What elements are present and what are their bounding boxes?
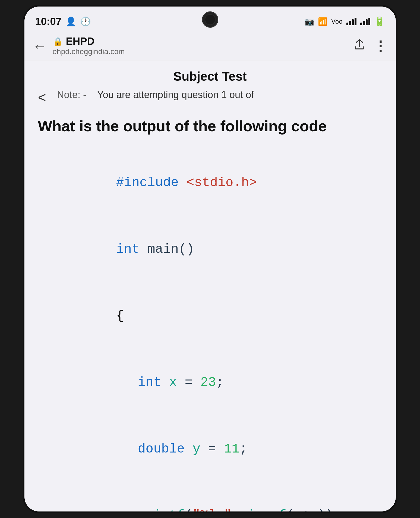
code-line-3: { [38, 283, 382, 349]
subject-title-container: Subject Test [38, 69, 382, 84]
code-line-2: int main() [38, 216, 382, 283]
code-plus: + [302, 508, 310, 511]
nav-note-row: < Note: - You are attempting question 1 … [38, 89, 382, 108]
code-main-func: main() [147, 242, 194, 257]
signal-bar-3 [352, 19, 354, 25]
signal-bar-2 [349, 21, 351, 25]
code-double-keyword: double [138, 442, 193, 456]
camera-notch [202, 11, 218, 28]
code-int-keyword-x: int [138, 375, 169, 390]
site-name-row: 🔒 EHPD [53, 36, 348, 47]
signal-bar2-3 [366, 19, 368, 25]
code-printf-paren-open: ( [185, 508, 192, 511]
question-text: What is the output of the following code [38, 116, 382, 136]
more-menu-button[interactable]: ⋮ [374, 38, 388, 54]
lock-icon: 🔒 [53, 37, 63, 46]
site-url-text: ehpd.cheggindia.com [53, 47, 348, 56]
page-content: Subject Test < Note: - You are attemptin… [24, 61, 396, 511]
code-x-var: x [169, 375, 185, 390]
code-line-6: printf("%lu",sizeof(x+y)); [38, 482, 382, 511]
code-line-5: double y = 11; [38, 416, 382, 482]
code-printf-string: "%lu" [192, 508, 232, 511]
signal-bar-4 [355, 18, 356, 25]
code-line-4: int x = 23; [38, 349, 382, 416]
code-equals-y: = [208, 442, 224, 456]
wifi-icon: 📶 [318, 17, 327, 26]
camera-lens [205, 14, 216, 25]
signal-bar2-2 [363, 21, 365, 25]
code-y-value: 11 [224, 442, 239, 456]
signal-bar-1 [346, 23, 348, 25]
status-right: 📷 📶 Voo 🔋 [305, 16, 385, 27]
site-info: 🔒 EHPD ehpd.cheggindia.com [53, 36, 348, 56]
code-block: #include <stdio.h> int main() { int x = … [38, 150, 382, 511]
share-button[interactable] [353, 39, 365, 53]
attempt-text: You are attempting question 1 out of [97, 89, 254, 101]
code-line-1: #include <stdio.h> [38, 150, 382, 216]
signal-bars [346, 18, 356, 25]
browser-actions: ⋮ [353, 38, 388, 54]
code-y-var: y [192, 442, 208, 456]
code-x-value: 23 [200, 375, 216, 390]
phone-screen: 10:07 👤 🕐 📷 📶 Voo [24, 7, 396, 511]
alarm-icon: 🕐 [80, 16, 91, 27]
code-sizeof-paren-close: )); [318, 508, 341, 511]
signal-bars-2 [360, 18, 370, 25]
code-printf-comma: , [232, 508, 239, 511]
screenshot-icon: 📷 [305, 17, 314, 26]
status-left: 10:07 👤 🕐 [35, 16, 91, 27]
site-name-text: EHPD [66, 36, 95, 47]
code-sizeof-y: y [310, 508, 318, 511]
code-printf-func: printf [138, 508, 185, 511]
code-include-keyword: #include [116, 175, 187, 190]
signal-bar2-1 [360, 23, 362, 25]
battery-icon: 🔋 [374, 16, 385, 27]
signal-bar2-4 [368, 18, 370, 25]
note-attempt-row: Note: - You are attempting question 1 ou… [57, 89, 254, 101]
code-semi-y: ; [239, 442, 247, 456]
code-sizeof-paren-open: ( [286, 508, 294, 511]
browser-back-button[interactable]: ← [33, 39, 47, 53]
phone-frame: 10:07 👤 🕐 📷 📶 Voo [23, 5, 397, 513]
code-open-brace: { [116, 308, 124, 323]
code-sizeof-x: x [294, 508, 302, 511]
code-equals-x: = [185, 375, 200, 390]
note-label: Note: - [57, 89, 86, 101]
page-title: Subject Test [173, 69, 247, 83]
note-attempt-block: Note: - You are attempting question 1 ou… [57, 89, 254, 101]
browser-bar: ← 🔒 EHPD ehpd.cheggindia.com ⋮ [24, 31, 396, 61]
code-sizeof-func: sizeof [239, 508, 286, 511]
nav-back-button[interactable]: < [38, 89, 46, 105]
carrier-label: Voo [331, 18, 342, 25]
code-semi-x: ; [216, 375, 224, 390]
time-display: 10:07 [35, 16, 62, 27]
person-icon: 👤 [65, 16, 76, 27]
code-int-keyword-main: int [116, 242, 147, 257]
code-include-header: <stdio.h> [187, 175, 257, 190]
